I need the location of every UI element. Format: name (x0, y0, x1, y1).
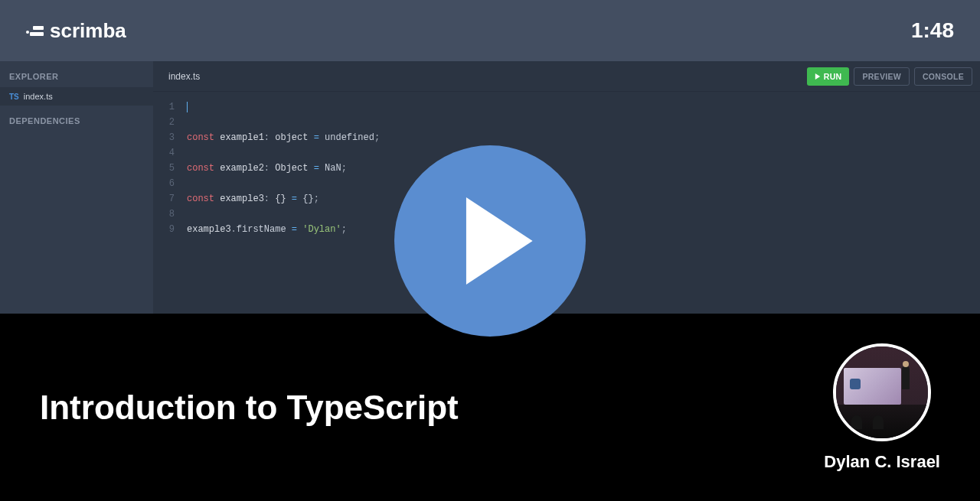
line-number: 2 (153, 115, 187, 130)
code-content: const example1: object = undefined; (187, 130, 380, 145)
file-item[interactable]: TS index.ts (0, 87, 153, 106)
run-button[interactable]: RUN (807, 67, 850, 86)
course-footer: Introduction to TypeScript Dylan C. Isra… (0, 314, 980, 501)
line-number: 3 (153, 130, 187, 145)
line-number: 4 (153, 145, 187, 161)
file-type-badge: TS (9, 93, 19, 101)
line-number: 5 (153, 161, 187, 176)
course-title: Introduction to TypeScript (40, 389, 459, 427)
explorer-header[interactable]: EXPLORER (0, 61, 153, 87)
code-line: 4 (153, 145, 980, 161)
play-button[interactable] (394, 145, 586, 337)
preview-button[interactable]: PREVIEW (854, 67, 910, 86)
line-number: 7 (153, 191, 187, 207)
play-icon (462, 195, 534, 287)
instructor-avatar[interactable] (833, 343, 931, 441)
logo-mark-icon (26, 26, 44, 36)
editor-tabs: index.ts RUN PREVIEW CONSOLE (153, 61, 980, 92)
app-header: scrimba 1:48 (0, 0, 980, 61)
console-button[interactable]: CONSOLE (914, 67, 972, 86)
code-line: 1 (153, 99, 980, 115)
active-tab[interactable]: index.ts (168, 71, 200, 82)
code-content: const example2: Object = NaN; (187, 161, 347, 176)
editor-actions: RUN PREVIEW CONSOLE (807, 67, 972, 86)
code-content: const example3: {} = {}; (187, 191, 319, 207)
code-line: 3const example1: object = undefined; (153, 130, 980, 145)
code-content (187, 99, 193, 115)
video-time: 1:48 (911, 18, 954, 43)
file-name: index.ts (24, 92, 53, 101)
line-number: 8 (153, 207, 187, 222)
sidebar: EXPLORER TS index.ts DEPENDENCIES (0, 61, 153, 314)
brand-logo[interactable]: scrimba (26, 19, 126, 43)
play-icon (815, 73, 821, 80)
code-content: example3.firstName = 'Dylan'; (187, 222, 347, 237)
instructor-block: Dylan C. Israel (824, 343, 940, 472)
run-button-label: RUN (824, 72, 842, 81)
code-line: 5const example2: Object = NaN; (153, 161, 980, 176)
instructor-name: Dylan C. Israel (824, 452, 940, 472)
line-number: 6 (153, 176, 187, 191)
code-line: 2 (153, 115, 980, 130)
brand-name: scrimba (50, 19, 126, 43)
dependencies-header[interactable]: DEPENDENCIES (0, 106, 153, 132)
line-number: 9 (153, 222, 187, 237)
line-number: 1 (153, 99, 187, 115)
